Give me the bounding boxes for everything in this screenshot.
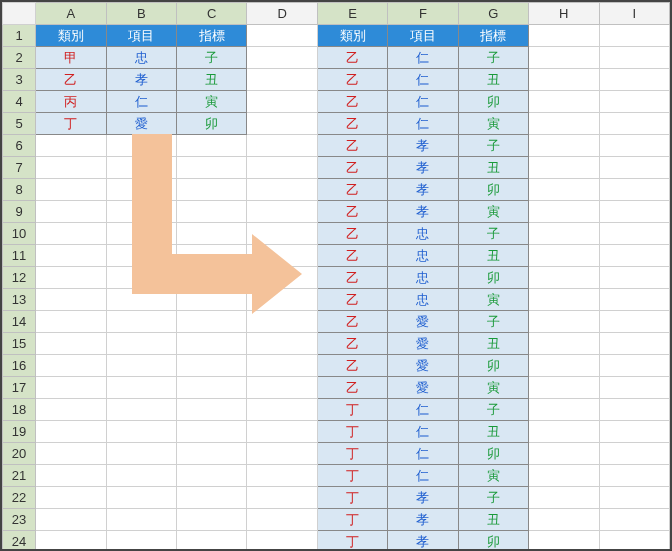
- cell[interactable]: [529, 311, 599, 333]
- cell[interactable]: [247, 465, 317, 487]
- row-header[interactable]: 1: [3, 25, 36, 47]
- cell[interactable]: [36, 465, 106, 487]
- cell[interactable]: [599, 157, 669, 179]
- cell[interactable]: [36, 421, 106, 443]
- cell[interactable]: 丑: [458, 157, 528, 179]
- cell[interactable]: 寅: [458, 201, 528, 223]
- col-header[interactable]: G: [458, 3, 528, 25]
- cell[interactable]: [176, 201, 246, 223]
- cell[interactable]: 丑: [458, 509, 528, 531]
- cell[interactable]: 寅: [458, 289, 528, 311]
- row-header[interactable]: 3: [3, 69, 36, 91]
- cell[interactable]: 丑: [458, 333, 528, 355]
- cell[interactable]: 乙: [317, 135, 387, 157]
- cell[interactable]: 丁: [317, 443, 387, 465]
- cell[interactable]: 卯: [458, 179, 528, 201]
- cell[interactable]: [36, 333, 106, 355]
- cell[interactable]: [106, 135, 176, 157]
- cell[interactable]: [176, 245, 246, 267]
- cell[interactable]: [599, 69, 669, 91]
- row-header[interactable]: 7: [3, 157, 36, 179]
- row-header[interactable]: 16: [3, 355, 36, 377]
- cell[interactable]: 乙: [317, 179, 387, 201]
- col-header[interactable]: F: [388, 3, 458, 25]
- cell[interactable]: [529, 487, 599, 509]
- cell[interactable]: [176, 135, 246, 157]
- select-all-corner[interactable]: [3, 3, 36, 25]
- cell[interactable]: [247, 355, 317, 377]
- cell[interactable]: 卯: [458, 91, 528, 113]
- cell[interactable]: 丑: [458, 69, 528, 91]
- cell[interactable]: [529, 47, 599, 69]
- cell[interactable]: 子: [458, 487, 528, 509]
- cell[interactable]: [529, 201, 599, 223]
- cell[interactable]: [247, 47, 317, 69]
- cell[interactable]: [529, 443, 599, 465]
- row-header[interactable]: 6: [3, 135, 36, 157]
- cell[interactable]: [599, 113, 669, 135]
- cell[interactable]: [106, 355, 176, 377]
- cell[interactable]: 子: [458, 399, 528, 421]
- cell[interactable]: [599, 399, 669, 421]
- cell[interactable]: [36, 135, 106, 157]
- cell[interactable]: [599, 443, 669, 465]
- col-header[interactable]: C: [176, 3, 246, 25]
- cell[interactable]: 指標: [176, 25, 246, 47]
- cell[interactable]: [176, 355, 246, 377]
- cell[interactable]: [599, 355, 669, 377]
- cell[interactable]: [247, 267, 317, 289]
- cell[interactable]: [599, 289, 669, 311]
- cell[interactable]: [247, 311, 317, 333]
- cell[interactable]: 類別: [317, 25, 387, 47]
- cell[interactable]: [106, 157, 176, 179]
- spreadsheet[interactable]: A B C D E F G H I 1類別項目指標類別項目指標2甲忠子乙仁子3乙…: [2, 2, 670, 551]
- cell[interactable]: [36, 487, 106, 509]
- cell[interactable]: [599, 377, 669, 399]
- cell[interactable]: 乙: [317, 47, 387, 69]
- cell[interactable]: [529, 223, 599, 245]
- cell[interactable]: [599, 531, 669, 552]
- cell[interactable]: [599, 223, 669, 245]
- cell[interactable]: 丁: [317, 421, 387, 443]
- col-header[interactable]: D: [247, 3, 317, 25]
- cell[interactable]: 寅: [458, 465, 528, 487]
- cell[interactable]: 卯: [458, 443, 528, 465]
- cell[interactable]: 丁: [317, 399, 387, 421]
- cell[interactable]: [247, 69, 317, 91]
- cell[interactable]: [247, 443, 317, 465]
- cell[interactable]: 乙: [317, 223, 387, 245]
- cell[interactable]: 乙: [36, 69, 106, 91]
- cell[interactable]: [529, 465, 599, 487]
- cell[interactable]: [247, 509, 317, 531]
- cell[interactable]: 孝: [388, 531, 458, 552]
- cell[interactable]: [106, 289, 176, 311]
- cell[interactable]: 仁: [388, 47, 458, 69]
- cell[interactable]: [599, 465, 669, 487]
- row-header[interactable]: 17: [3, 377, 36, 399]
- cell[interactable]: [36, 223, 106, 245]
- cell[interactable]: [247, 25, 317, 47]
- cell[interactable]: [36, 355, 106, 377]
- cell[interactable]: [36, 201, 106, 223]
- cell[interactable]: [529, 399, 599, 421]
- cell[interactable]: 孝: [388, 179, 458, 201]
- cell[interactable]: 孝: [388, 135, 458, 157]
- row-header[interactable]: 23: [3, 509, 36, 531]
- cell[interactable]: 愛: [388, 311, 458, 333]
- cell[interactable]: 類別: [36, 25, 106, 47]
- cell[interactable]: 愛: [388, 355, 458, 377]
- cell[interactable]: [36, 157, 106, 179]
- cell[interactable]: [599, 333, 669, 355]
- row-header[interactable]: 13: [3, 289, 36, 311]
- cell[interactable]: [176, 531, 246, 552]
- cell[interactable]: 丁: [317, 465, 387, 487]
- cell[interactable]: 仁: [388, 69, 458, 91]
- cell[interactable]: [36, 179, 106, 201]
- cell[interactable]: 仁: [388, 91, 458, 113]
- cell[interactable]: 乙: [317, 289, 387, 311]
- cell[interactable]: 乙: [317, 69, 387, 91]
- col-header[interactable]: A: [36, 3, 106, 25]
- cell[interactable]: [529, 91, 599, 113]
- cell[interactable]: [106, 311, 176, 333]
- cell[interactable]: 愛: [388, 377, 458, 399]
